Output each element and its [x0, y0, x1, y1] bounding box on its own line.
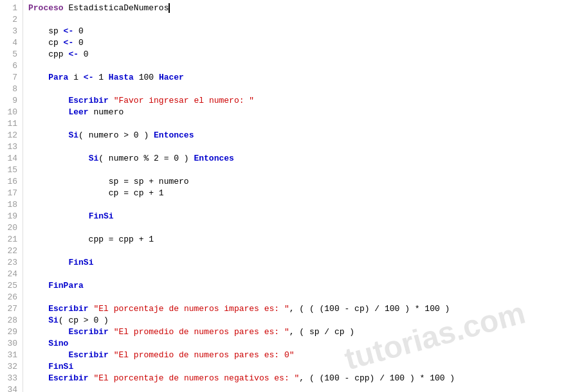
- code-token: [28, 339, 48, 348]
- line-number: 17: [5, 188, 17, 199]
- code-token: <-: [68, 49, 78, 59]
- code-line: Sino: [28, 338, 566, 350]
- code-line: Si( numero > 0 ) Entonces: [28, 130, 566, 141]
- line-number: 20: [5, 222, 17, 234]
- code-token: <-: [84, 73, 94, 82]
- line-number: 8: [5, 84, 17, 95]
- code-token: [28, 96, 68, 105]
- code-line: Escribir "El porcentaje de numeros impar…: [28, 303, 566, 315]
- code-line: cp = cp + 1: [28, 188, 566, 199]
- code-line: Escribir "El porcentaje de numeros negat…: [28, 373, 566, 384]
- code-token: [109, 96, 114, 105]
- code-token: , ( sp / cp ): [289, 327, 354, 337]
- code-line: Para i <- 1 Hasta 100 Hacer: [28, 72, 566, 84]
- code-token: , ( ( (100 - cp) / 100 ) * 100 ): [289, 304, 450, 314]
- code-line: Si( numero % 2 = 0 ) Entonces: [28, 153, 566, 165]
- code-token: Escribir: [68, 350, 108, 360]
- code-content[interactable]: Proceso EstadisticaDeNumeros sp <- 0 cp …: [23, 0, 566, 392]
- code-line: Escribir "El promedio de numeros pares e…: [28, 350, 566, 361]
- code-token: cpp: [28, 49, 68, 59]
- code-token: , ( (100 - cpp) / 100 ) * 100 ): [299, 373, 455, 383]
- code-line: FinSi: [28, 211, 566, 222]
- code-line: [28, 141, 566, 153]
- code-line: cpp = cpp + 1: [28, 234, 566, 245]
- code-line: [28, 14, 566, 26]
- line-number: 32: [5, 361, 17, 373]
- code-token: [28, 316, 48, 325]
- code-token: Si: [48, 316, 59, 325]
- code-line: [28, 165, 566, 176]
- line-number: 26: [5, 292, 17, 303]
- code-token: [28, 350, 68, 360]
- code-line: [28, 84, 566, 95]
- line-number: 28: [5, 315, 17, 326]
- code-token: [28, 107, 68, 117]
- line-number: 2: [5, 14, 17, 26]
- code-token: i: [68, 73, 83, 82]
- line-numbers: 1234567891011121314151617181920212223242…: [0, 0, 23, 392]
- code-token: Si: [68, 130, 78, 140]
- code-line: cp <- 0: [28, 37, 566, 49]
- line-number: 10: [5, 107, 17, 118]
- code-token: sp: [28, 26, 64, 36]
- line-number: 6: [5, 60, 17, 72]
- code-editor: 1234567891011121314151617181920212223242…: [0, 0, 566, 392]
- code-line: [28, 222, 566, 234]
- code-token: Entonces: [154, 130, 194, 140]
- code-token: "El porcentaje de numeros impares es: ": [93, 304, 289, 314]
- code-token: ( cp > 0 ): [59, 316, 109, 325]
- line-number: 11: [5, 118, 17, 130]
- code-token: [28, 73, 48, 82]
- line-number: 30: [5, 338, 17, 350]
- code-token: Escribir: [48, 304, 88, 314]
- code-token: [28, 258, 68, 267]
- line-number: 33: [5, 373, 17, 384]
- code-token: [28, 362, 48, 371]
- code-token: ( numero % 2 = 0 ): [98, 154, 194, 163]
- line-number: 4: [5, 37, 17, 49]
- code-line: [28, 199, 566, 211]
- code-line: Proceso EstadisticaDeNumeros: [28, 3, 566, 14]
- code-token: cp = cp + 1: [28, 188, 164, 198]
- code-token: Leer: [68, 107, 88, 117]
- code-line: FinSi: [28, 361, 566, 373]
- line-number: 27: [5, 303, 17, 315]
- code-token: FinPara: [48, 281, 84, 290]
- line-number: 14: [5, 153, 17, 165]
- line-number: 29: [5, 326, 17, 338]
- code-token: <-: [64, 38, 74, 48]
- code-token: FinSi: [68, 258, 93, 267]
- code-token: [28, 211, 89, 221]
- code-line: FinSi: [28, 257, 566, 269]
- code-token: EstadisticaDeNumeros: [68, 3, 169, 13]
- code-line: Escribir "El promedio de numeros pares e…: [28, 326, 566, 338]
- code-token: Escribir: [68, 96, 108, 105]
- line-number: 22: [5, 245, 17, 257]
- code-token: 0: [73, 26, 84, 36]
- line-number: 9: [5, 95, 17, 107]
- code-token: [28, 373, 48, 383]
- code-token: FinSi: [89, 211, 114, 221]
- line-number: 12: [5, 130, 17, 141]
- code-line: Si( cp > 0 ): [28, 315, 566, 326]
- line-number: 15: [5, 165, 17, 176]
- code-token: "El porcentaje de numeros negativos es: …: [93, 373, 299, 383]
- line-number: 1: [5, 3, 17, 14]
- code-token: 1: [93, 73, 108, 82]
- code-token: [109, 350, 114, 360]
- line-number: 16: [5, 176, 17, 188]
- code-token: [28, 304, 48, 314]
- code-line: cpp <- 0: [28, 49, 566, 60]
- code-token: 100: [134, 73, 159, 82]
- code-token: [28, 130, 68, 140]
- line-number: 25: [5, 280, 17, 292]
- code-token: [28, 327, 68, 337]
- line-number: 19: [5, 211, 17, 222]
- code-token: ( numero > 0 ): [78, 130, 154, 140]
- code-token: 0: [78, 49, 89, 59]
- code-token: Sino: [48, 339, 68, 348]
- code-token: sp = sp + numero: [28, 177, 189, 186]
- line-number: 5: [5, 49, 17, 60]
- code-token: numero: [89, 107, 124, 117]
- line-number: 34: [5, 384, 17, 392]
